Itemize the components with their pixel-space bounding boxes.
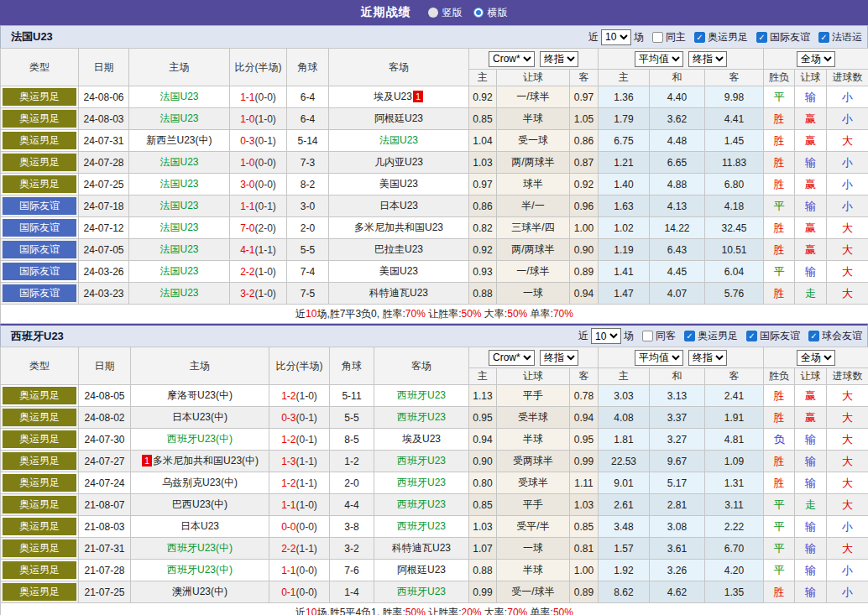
competition-checkbox-1[interactable]: ✓ [746, 331, 757, 341]
column-subheader: 和 [650, 70, 705, 86]
home-team-cell: 法国U23 [129, 108, 230, 130]
column-subheader: 进球数 [827, 368, 868, 385]
avg-home-odds: 9.01 [599, 472, 650, 494]
recent-count-select[interactable]: 10 [591, 328, 621, 344]
handicap-home-odds: 1.03 [469, 152, 497, 174]
handicap-home-odds: 0.97 [469, 174, 497, 195]
corner-score: 8-5 [330, 429, 374, 451]
result-handicap: 输 [795, 195, 827, 217]
avg-away-odds: 1.09 [705, 451, 764, 472]
table-body: 奥运男足24-08-05摩洛哥U23(中)1-2(1-0)5-11西班牙U231… [1, 385, 868, 603]
result-goals: 大 [827, 494, 868, 516]
home-team-cell: 法国U23 [129, 174, 230, 195]
odds-time-select[interactable]: 终指 [540, 51, 578, 67]
away-team-name: 美国U23 [379, 178, 418, 190]
same-venue-checkbox[interactable] [652, 32, 663, 43]
handicap-line: 一/球半 [497, 86, 570, 108]
avg-draw-odds: 3.61 [650, 538, 705, 560]
result-scope-select[interactable]: 全场 [797, 51, 835, 67]
competition-checkbox-0[interactable]: ✓ [694, 32, 705, 43]
match-type-badge: 国际友谊 [3, 219, 76, 237]
avg-home-odds: 1.40 [599, 174, 650, 195]
avg-away-odds: 11.83 [705, 152, 764, 174]
match-type-badge: 奥运男足 [3, 474, 76, 492]
result-outcome: 胜 [764, 152, 795, 174]
result-scope-select[interactable]: 全场 [797, 350, 835, 366]
home-team-cell: 日本U23 [131, 516, 269, 538]
recent-count-select[interactable]: 10 [601, 29, 631, 45]
competition-label-1: 国际友谊 [760, 329, 800, 343]
corner-score: 6-4 [287, 108, 329, 130]
full-time-score: 1-1 [240, 201, 254, 212]
handicap-away-odds: 0.81 [570, 538, 599, 560]
score-cell: 3-0(0-0) [230, 174, 287, 195]
result-outcome: 胜 [764, 108, 795, 130]
competition-checkbox-1[interactable]: ✓ [756, 32, 767, 43]
full-time-score: 1-2 [281, 434, 295, 446]
corner-score: 8-2 [287, 174, 329, 195]
avg-draw-odds: 3.62 [650, 108, 705, 130]
avg-home-odds: 1.79 [599, 108, 650, 130]
home-team-name: 澳洲U23(中) [172, 586, 227, 597]
avg-home-odds: 1.36 [599, 86, 650, 108]
avg-away-odds: 5.76 [705, 283, 764, 305]
same-venue-checkbox[interactable] [642, 331, 653, 341]
view-radio-label-1[interactable]: 横版 [488, 6, 508, 20]
result-handicap: 输 [795, 560, 827, 581]
handicap-line: 半/一 [497, 195, 570, 217]
handicap-line: 半球 [497, 108, 570, 130]
avg-home-odds: 3.48 [599, 516, 650, 538]
half-time-score: (1-0) [296, 499, 317, 511]
away-team-cell: 西班牙U23 [374, 451, 469, 472]
avg-time-select[interactable]: 终指 [688, 51, 727, 67]
result-goals: 小 [827, 560, 868, 581]
view-radio-1[interactable] [473, 8, 484, 18]
view-radio-0[interactable] [428, 8, 438, 18]
avg-type-select[interactable]: 平均值 [635, 51, 683, 67]
competition-checkbox-0[interactable]: ✓ [684, 331, 695, 341]
avg-away-odds: 32.45 [705, 217, 764, 239]
handicap-line: 受一球 [497, 130, 570, 152]
home-team-name: 新西兰U23(中) [146, 134, 212, 146]
away-team-cell: 埃及U231 [329, 86, 469, 108]
section-header-bar: 法国U23 近10场同主✓奥运男足✓国际友谊✓法语运 [0, 25, 868, 48]
full-time-score: 0-1 [281, 586, 295, 598]
odds-provider-select[interactable]: Crow* [489, 51, 535, 67]
handicap-line: 球半 [497, 174, 570, 195]
home-team-cell: 新西兰U23(中) [129, 130, 230, 152]
competition-checkbox-2[interactable]: ✓ [818, 32, 829, 43]
filter-controls: 近10场同主✓奥运男足✓国际友谊✓法语运 [588, 29, 862, 45]
score-cell: 1-1(0-1) [230, 195, 287, 217]
result-goals: 大 [827, 472, 868, 494]
match-date: 24-08-05 [79, 385, 131, 407]
result-outcome: 平 [764, 261, 795, 283]
avg-time-select[interactable]: 终指 [688, 350, 727, 366]
avg-away-odds: 1.45 [705, 130, 764, 152]
match-date: 24-07-30 [79, 429, 131, 451]
corner-score: 5-5 [330, 407, 374, 429]
half-time-score: (0-1) [296, 434, 317, 446]
avg-away-odds: 4.81 [705, 429, 764, 451]
avg-type-select[interactable]: 平均值 [635, 350, 683, 366]
competition-checkbox-2[interactable]: ✓ [808, 331, 819, 341]
corner-score: 6-4 [287, 86, 329, 108]
competition-label-0: 奥运男足 [698, 329, 738, 343]
result-outcome: 平 [764, 86, 795, 108]
column-subheader: 主 [599, 70, 650, 86]
away-team-name: 西班牙U23 [397, 411, 446, 423]
home-team-cell: 法国U23 [129, 86, 230, 108]
avg-draw-odds: 4.13 [650, 195, 705, 217]
home-team-cell: 西班牙U23(中) [131, 429, 269, 451]
summary-segment: 大率: [482, 607, 508, 615]
avg-away-odds: 6.04 [705, 261, 764, 283]
full-time-score: 1-0 [240, 113, 254, 125]
away-team-name: 西班牙U23 [397, 498, 446, 510]
handicap-line: 半球 [497, 429, 570, 451]
home-team-cell: 西班牙U23(中) [131, 560, 269, 581]
corner-score: 7-4 [287, 261, 329, 283]
handicap-away-odds: 1.05 [570, 108, 599, 130]
view-radio-label-0[interactable]: 竖版 [442, 6, 463, 20]
odds-provider-select[interactable]: Crow* [489, 350, 535, 366]
competition-label-1: 国际友谊 [770, 30, 810, 44]
odds-time-select[interactable]: 终指 [540, 350, 578, 366]
